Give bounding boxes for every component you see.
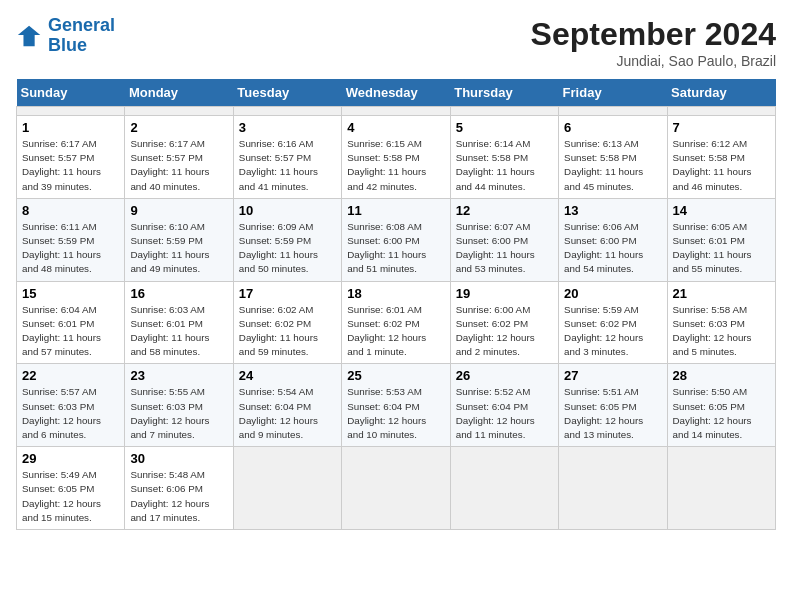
month-title: September 2024 bbox=[531, 16, 776, 53]
calendar-cell bbox=[667, 107, 775, 116]
calendar-cell: 23Sunrise: 5:55 AMSunset: 6:03 PMDayligh… bbox=[125, 364, 233, 447]
calendar-cell: 7Sunrise: 6:12 AMSunset: 5:58 PMDaylight… bbox=[667, 116, 775, 199]
day-info: Sunrise: 6:03 AMSunset: 6:01 PMDaylight:… bbox=[130, 303, 227, 360]
calendar-week-row: 8Sunrise: 6:11 AMSunset: 5:59 PMDaylight… bbox=[17, 198, 776, 281]
calendar-cell bbox=[450, 107, 558, 116]
title-block: September 2024 Jundiai, Sao Paulo, Brazi… bbox=[531, 16, 776, 69]
day-number: 9 bbox=[130, 203, 227, 218]
day-number: 19 bbox=[456, 286, 553, 301]
day-info: Sunrise: 6:17 AMSunset: 5:57 PMDaylight:… bbox=[22, 137, 119, 194]
calendar-cell: 3Sunrise: 6:16 AMSunset: 5:57 PMDaylight… bbox=[233, 116, 341, 199]
day-number: 21 bbox=[673, 286, 770, 301]
day-number: 24 bbox=[239, 368, 336, 383]
day-number: 7 bbox=[673, 120, 770, 135]
calendar-cell: 9Sunrise: 6:10 AMSunset: 5:59 PMDaylight… bbox=[125, 198, 233, 281]
day-number: 25 bbox=[347, 368, 444, 383]
weekday-header: Sunday bbox=[17, 79, 125, 107]
day-number: 12 bbox=[456, 203, 553, 218]
calendar-table: SundayMondayTuesdayWednesdayThursdayFrid… bbox=[16, 79, 776, 530]
weekday-header: Monday bbox=[125, 79, 233, 107]
calendar-cell: 18Sunrise: 6:01 AMSunset: 6:02 PMDayligh… bbox=[342, 281, 450, 364]
calendar-cell: 14Sunrise: 6:05 AMSunset: 6:01 PMDayligh… bbox=[667, 198, 775, 281]
calendar-week-row bbox=[17, 107, 776, 116]
calendar-cell bbox=[667, 447, 775, 530]
day-info: Sunrise: 6:12 AMSunset: 5:58 PMDaylight:… bbox=[673, 137, 770, 194]
calendar-cell: 21Sunrise: 5:58 AMSunset: 6:03 PMDayligh… bbox=[667, 281, 775, 364]
calendar-cell: 15Sunrise: 6:04 AMSunset: 6:01 PMDayligh… bbox=[17, 281, 125, 364]
day-info: Sunrise: 5:50 AMSunset: 6:05 PMDaylight:… bbox=[673, 385, 770, 442]
day-number: 10 bbox=[239, 203, 336, 218]
day-info: Sunrise: 5:48 AMSunset: 6:06 PMDaylight:… bbox=[130, 468, 227, 525]
day-info: Sunrise: 5:55 AMSunset: 6:03 PMDaylight:… bbox=[130, 385, 227, 442]
day-number: 22 bbox=[22, 368, 119, 383]
calendar-cell bbox=[559, 107, 667, 116]
day-info: Sunrise: 6:17 AMSunset: 5:57 PMDaylight:… bbox=[130, 137, 227, 194]
day-number: 28 bbox=[673, 368, 770, 383]
calendar-cell: 13Sunrise: 6:06 AMSunset: 6:00 PMDayligh… bbox=[559, 198, 667, 281]
day-number: 13 bbox=[564, 203, 661, 218]
day-number: 1 bbox=[22, 120, 119, 135]
calendar-cell bbox=[233, 447, 341, 530]
day-info: Sunrise: 6:07 AMSunset: 6:00 PMDaylight:… bbox=[456, 220, 553, 277]
day-info: Sunrise: 6:01 AMSunset: 6:02 PMDaylight:… bbox=[347, 303, 444, 360]
calendar-cell: 11Sunrise: 6:08 AMSunset: 6:00 PMDayligh… bbox=[342, 198, 450, 281]
logo-icon bbox=[16, 22, 44, 50]
calendar-cell bbox=[17, 107, 125, 116]
day-info: Sunrise: 6:09 AMSunset: 5:59 PMDaylight:… bbox=[239, 220, 336, 277]
location-subtitle: Jundiai, Sao Paulo, Brazil bbox=[531, 53, 776, 69]
day-number: 11 bbox=[347, 203, 444, 218]
calendar-cell: 8Sunrise: 6:11 AMSunset: 5:59 PMDaylight… bbox=[17, 198, 125, 281]
weekday-header-row: SundayMondayTuesdayWednesdayThursdayFrid… bbox=[17, 79, 776, 107]
calendar-cell bbox=[342, 447, 450, 530]
calendar-cell: 6Sunrise: 6:13 AMSunset: 5:58 PMDaylight… bbox=[559, 116, 667, 199]
day-number: 4 bbox=[347, 120, 444, 135]
day-number: 16 bbox=[130, 286, 227, 301]
day-info: Sunrise: 6:13 AMSunset: 5:58 PMDaylight:… bbox=[564, 137, 661, 194]
day-info: Sunrise: 5:54 AMSunset: 6:04 PMDaylight:… bbox=[239, 385, 336, 442]
day-number: 18 bbox=[347, 286, 444, 301]
calendar-cell: 19Sunrise: 6:00 AMSunset: 6:02 PMDayligh… bbox=[450, 281, 558, 364]
calendar-cell: 17Sunrise: 6:02 AMSunset: 6:02 PMDayligh… bbox=[233, 281, 341, 364]
calendar-cell: 27Sunrise: 5:51 AMSunset: 6:05 PMDayligh… bbox=[559, 364, 667, 447]
day-info: Sunrise: 5:52 AMSunset: 6:04 PMDaylight:… bbox=[456, 385, 553, 442]
calendar-cell: 25Sunrise: 5:53 AMSunset: 6:04 PMDayligh… bbox=[342, 364, 450, 447]
calendar-cell: 20Sunrise: 5:59 AMSunset: 6:02 PMDayligh… bbox=[559, 281, 667, 364]
weekday-header: Thursday bbox=[450, 79, 558, 107]
weekday-header: Saturday bbox=[667, 79, 775, 107]
day-number: 3 bbox=[239, 120, 336, 135]
day-number: 30 bbox=[130, 451, 227, 466]
calendar-cell bbox=[450, 447, 558, 530]
calendar-cell bbox=[125, 107, 233, 116]
calendar-cell: 12Sunrise: 6:07 AMSunset: 6:00 PMDayligh… bbox=[450, 198, 558, 281]
calendar-cell: 29Sunrise: 5:49 AMSunset: 6:05 PMDayligh… bbox=[17, 447, 125, 530]
day-info: Sunrise: 5:49 AMSunset: 6:05 PMDaylight:… bbox=[22, 468, 119, 525]
calendar-cell: 4Sunrise: 6:15 AMSunset: 5:58 PMDaylight… bbox=[342, 116, 450, 199]
day-number: 6 bbox=[564, 120, 661, 135]
day-info: Sunrise: 5:53 AMSunset: 6:04 PMDaylight:… bbox=[347, 385, 444, 442]
calendar-cell: 5Sunrise: 6:14 AMSunset: 5:58 PMDaylight… bbox=[450, 116, 558, 199]
day-info: Sunrise: 5:58 AMSunset: 6:03 PMDaylight:… bbox=[673, 303, 770, 360]
day-info: Sunrise: 5:59 AMSunset: 6:02 PMDaylight:… bbox=[564, 303, 661, 360]
calendar-cell bbox=[342, 107, 450, 116]
calendar-cell: 1Sunrise: 6:17 AMSunset: 5:57 PMDaylight… bbox=[17, 116, 125, 199]
day-number: 17 bbox=[239, 286, 336, 301]
day-number: 26 bbox=[456, 368, 553, 383]
day-info: Sunrise: 6:06 AMSunset: 6:00 PMDaylight:… bbox=[564, 220, 661, 277]
calendar-week-row: 22Sunrise: 5:57 AMSunset: 6:03 PMDayligh… bbox=[17, 364, 776, 447]
svg-marker-0 bbox=[18, 26, 40, 47]
day-number: 5 bbox=[456, 120, 553, 135]
calendar-cell: 2Sunrise: 6:17 AMSunset: 5:57 PMDaylight… bbox=[125, 116, 233, 199]
calendar-cell: 26Sunrise: 5:52 AMSunset: 6:04 PMDayligh… bbox=[450, 364, 558, 447]
logo-general: General bbox=[48, 16, 115, 36]
day-info: Sunrise: 6:15 AMSunset: 5:58 PMDaylight:… bbox=[347, 137, 444, 194]
page-header: General Blue September 2024 Jundiai, Sao… bbox=[16, 16, 776, 69]
day-info: Sunrise: 5:57 AMSunset: 6:03 PMDaylight:… bbox=[22, 385, 119, 442]
calendar-cell: 24Sunrise: 5:54 AMSunset: 6:04 PMDayligh… bbox=[233, 364, 341, 447]
day-number: 23 bbox=[130, 368, 227, 383]
calendar-cell bbox=[233, 107, 341, 116]
calendar-week-row: 15Sunrise: 6:04 AMSunset: 6:01 PMDayligh… bbox=[17, 281, 776, 364]
calendar-cell: 10Sunrise: 6:09 AMSunset: 5:59 PMDayligh… bbox=[233, 198, 341, 281]
day-number: 14 bbox=[673, 203, 770, 218]
day-info: Sunrise: 6:16 AMSunset: 5:57 PMDaylight:… bbox=[239, 137, 336, 194]
day-info: Sunrise: 6:14 AMSunset: 5:58 PMDaylight:… bbox=[456, 137, 553, 194]
